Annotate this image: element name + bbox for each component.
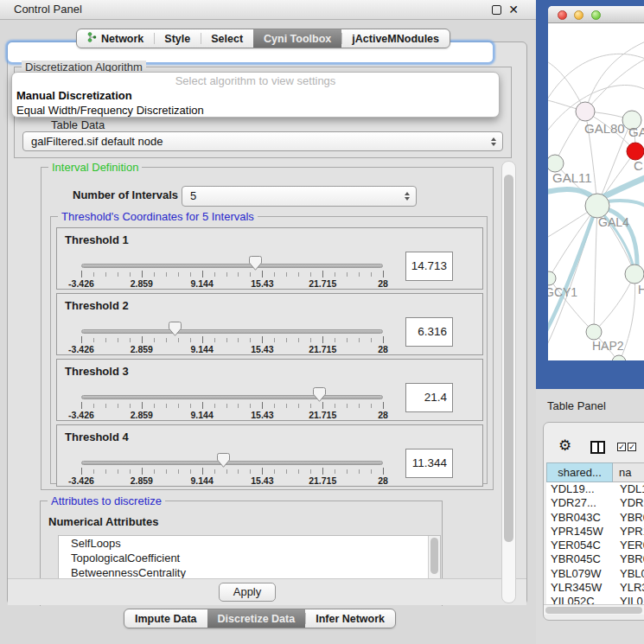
table-row[interactable]: YPR145W YPR1 [546, 525, 644, 539]
slider-tick-labels: -3.426 2.859 9.144 15.43 21.715 28 [81, 410, 383, 420]
apply-button[interactable]: Apply [219, 583, 276, 602]
float-window-icon[interactable] [492, 5, 501, 15]
minimize-traffic-light-icon[interactable] [574, 10, 583, 20]
thresholds-group-title: Threshold's Coordinates for 5 Intervals [58, 210, 258, 223]
scrollbar-thumb[interactable] [504, 175, 513, 542]
network-node-label: HAP2 [592, 339, 624, 353]
scrollbar-thumb[interactable] [430, 538, 438, 574]
network-node[interactable] [627, 143, 644, 160]
cyni-toolbox-panel: Discretization Algorithm Table Data galF… [7, 41, 527, 605]
tick-label: 9.144 [190, 475, 213, 486]
settings-vertical-scrollbar[interactable] [501, 161, 516, 603]
checkbox-icon[interactable]: ✓ [628, 443, 636, 451]
threshold-value-field[interactable]: 11.344 [405, 449, 453, 478]
table-row[interactable]: YLR345W YLR3 [546, 581, 644, 595]
threshold-slider[interactable]: -3.426 2.859 9.144 15.43 21.715 28 [81, 360, 383, 422]
tick-label: 21.715 [309, 278, 336, 289]
tab-network[interactable]: Network [77, 29, 154, 48]
threshold-slider[interactable]: -3.426 2.859 9.144 15.43 21.715 28 [81, 425, 383, 488]
table-row[interactable]: YDL19... YDL1 [546, 482, 644, 496]
tab-select[interactable]: Select [201, 29, 253, 48]
network-canvas[interactable]: GAL80GACGAL11GAL4GCY1HHAP2 [548, 23, 644, 360]
tab-style[interactable]: Style [154, 29, 201, 48]
slider-ticks [81, 402, 383, 409]
network-node[interactable] [576, 102, 595, 121]
numerical-attributes-list[interactable]: SelfLoops TopologicalCoefficient Between… [58, 535, 441, 580]
table-rows: YDL19... YDL1 YDR27... YDR2 YBR043C YBR0… [546, 482, 644, 604]
tab-jactivemnodules[interactable]: jActiveMNodules [341, 29, 450, 48]
attributes-group-title: Attributes to discretize [48, 494, 165, 507]
scrollbar-thumb[interactable] [545, 607, 642, 614]
network-node-label: GAL80 [584, 121, 625, 136]
network-node[interactable] [585, 194, 609, 218]
tick-label: 28 [378, 278, 388, 289]
gear-icon[interactable]: ⚙ [558, 438, 571, 453]
dropdown-option-manual[interactable]: Manual Discretization [12, 88, 499, 103]
tab-impute-data[interactable]: Impute Data [124, 609, 207, 628]
network-node[interactable] [625, 265, 644, 284]
threshold-value-field[interactable]: 14.713 [405, 252, 453, 281]
table-row[interactable]: YER054C YER0 [546, 539, 644, 552]
slider-track[interactable] [81, 264, 383, 268]
slider-tick-labels: -3.426 2.859 9.144 15.43 21.715 28 [81, 475, 383, 486]
tab-infer-network[interactable]: Infer Network [305, 609, 395, 628]
network-node[interactable] [586, 324, 602, 340]
slider-thumb[interactable] [249, 256, 262, 271]
attribute-item[interactable]: TopologicalCoefficient [59, 551, 440, 565]
table-data-combobox[interactable]: galFiltered.sif default node [22, 131, 503, 151]
network-node[interactable] [548, 271, 556, 285]
zoom-traffic-light-icon[interactable] [591, 10, 601, 20]
column-header-shared-name[interactable]: shared... [546, 462, 613, 482]
slider-thumb[interactable] [169, 322, 182, 336]
slider-ticks [81, 336, 383, 343]
threshold-value-field[interactable]: 6.316 [405, 317, 453, 347]
tick-label: 9.144 [190, 410, 213, 420]
tick-label: -3.426 [68, 344, 94, 354]
slider-thumb[interactable] [313, 387, 326, 402]
network-node-label: GAL4 [598, 215, 629, 229]
network-node-label: H [638, 283, 644, 296]
tab-discretize-data[interactable]: Discretize Data [207, 609, 306, 628]
column-layout-icon[interactable] [590, 441, 605, 454]
tick-label: 2.859 [131, 344, 153, 354]
dropdown-option-equal-width[interactable]: Equal Width/Frequency Discretization [12, 103, 499, 118]
tick-label: 21.715 [309, 344, 336, 354]
slider-thumb[interactable] [217, 453, 230, 468]
close-icon[interactable]: ✕ [508, 0, 519, 19]
close-traffic-light-icon[interactable] [558, 10, 567, 20]
table-row[interactable]: YIL052C YIL0 [546, 595, 644, 604]
top-tab-bar: Network Style Select Cyni Toolbox jActiv… [76, 29, 450, 48]
table-row[interactable]: YBL079W YBL0 [546, 567, 644, 581]
tab-cyni-toolbox[interactable]: Cyni Toolbox [253, 29, 341, 48]
threshold-value-field[interactable]: 21.4 [405, 383, 453, 412]
tick-label: 9.144 [190, 344, 213, 354]
slider-track[interactable] [81, 329, 383, 334]
network-window-titlebar[interactable] [548, 6, 644, 23]
spinner-icon [491, 137, 496, 146]
numerical-attributes-label: Numerical Attributes [48, 515, 158, 528]
column-header-name[interactable]: na [613, 462, 644, 482]
tick-label: 15.43 [251, 278, 273, 289]
network-node-label: GAL11 [552, 170, 592, 185]
attribute-item[interactable]: SelfLoops [59, 536, 440, 551]
table-row[interactable]: YBR045C YBR0 [546, 552, 644, 566]
checkbox-icon[interactable]: ✓ [617, 443, 626, 451]
thresholds-group: Threshold's Coordinates for 5 Intervals … [50, 216, 488, 484]
slider-track[interactable] [81, 395, 383, 399]
table-panel: Table Panel ⚙ ✓ ✓ shared... na YDL19... … [536, 389, 644, 644]
slider-tick-labels: -3.426 2.859 9.144 15.43 21.715 28 [81, 278, 383, 289]
bottom-tab-bar: Impute Data Discretize Data Infer Networ… [124, 609, 396, 628]
control-panel-titlebar: Control Panel ✕ [0, 0, 536, 20]
table-horizontal-scrollbar[interactable] [544, 604, 644, 615]
slider-track[interactable] [81, 461, 383, 465]
tick-label: 15.43 [251, 475, 273, 486]
table-row[interactable]: YBR043C YBR0 [546, 511, 644, 525]
slider-tick-labels: -3.426 2.859 9.144 15.43 21.715 28 [81, 344, 383, 354]
network-node[interactable] [548, 155, 564, 172]
table-row[interactable]: YDR27... YDR2 [546, 496, 644, 510]
threshold-slider[interactable]: -3.426 2.859 9.144 15.43 21.715 28 [81, 228, 383, 290]
tick-label: 28 [378, 344, 388, 354]
threshold-slider[interactable]: -3.426 2.859 9.144 15.43 21.715 28 [81, 294, 383, 356]
attributes-list-scrollbar[interactable] [428, 536, 440, 579]
number-of-intervals-combobox[interactable]: 5 [182, 186, 417, 207]
